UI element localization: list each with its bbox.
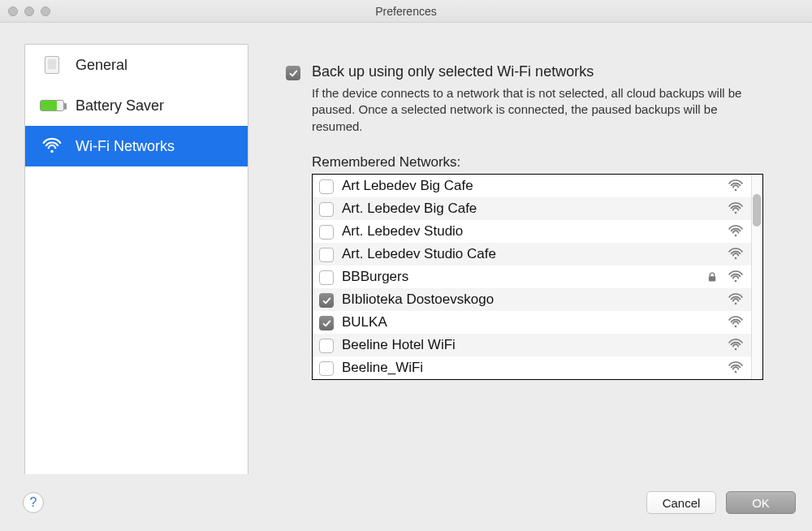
sidebar-item-battery-saver[interactable]: Battery Saver: [25, 85, 248, 126]
general-icon: [40, 56, 64, 74]
network-row[interactable]: Beeline Hotel WiFi: [313, 334, 751, 356]
backup-option-row: Back up using only selected Wi-Fi networ…: [286, 63, 771, 80]
battery-icon: [40, 97, 64, 114]
network-name: Art. Lebedev Studio: [342, 223, 698, 240]
backup-option-description: If the device connects to a network that…: [312, 85, 767, 135]
wifi-signal-icon: [727, 314, 745, 330]
network-checkbox[interactable]: [319, 270, 334, 285]
network-row[interactable]: Beeline_WiFi: [313, 356, 751, 379]
sidebar-item-label: Battery Saver: [76, 97, 164, 114]
network-checkbox[interactable]: [319, 293, 334, 308]
network-checkbox[interactable]: [319, 316, 334, 330]
network-row[interactable]: Art. Lebedev Studio Cafe: [313, 243, 751, 266]
window-body: General Battery Saver Wi-Fi Networks Bac…: [0, 23, 812, 531]
network-row[interactable]: Art Lebedev Big Cafe: [313, 175, 751, 197]
network-name: Beeline_WiFi: [342, 360, 698, 376]
network-row[interactable]: Art. Lebedev Studio: [313, 220, 751, 243]
network-checkbox[interactable]: [319, 202, 334, 217]
wifi-signal-icon: [727, 291, 745, 308]
sidebar-item-label: General: [76, 57, 127, 74]
wifi-signal-icon: [727, 178, 745, 194]
footer: ? Cancel OK: [0, 474, 812, 531]
sidebar-item-label: Wi-Fi Networks: [76, 138, 175, 155]
remembered-networks-label: Remembered Networks:: [312, 154, 771, 171]
wifi-signal-icon: [727, 360, 745, 376]
network-name: Art. Lebedev Studio Cafe: [342, 246, 698, 262]
network-checkbox[interactable]: [319, 248, 334, 262]
scrollbar-track[interactable]: [751, 175, 762, 379]
minimize-window-button[interactable]: [24, 6, 34, 16]
network-name: BBBurgers: [342, 269, 698, 285]
sidebar: General Battery Saver Wi-Fi Networks: [24, 44, 248, 516]
window-title: Preferences: [0, 5, 812, 18]
lock-icon: [706, 271, 719, 283]
wifi-signal-icon: [727, 269, 745, 285]
network-checkbox[interactable]: [319, 225, 334, 240]
network-name: Art Lebedev Big Cafe: [342, 178, 698, 194]
sidebar-item-general[interactable]: General: [25, 45, 248, 85]
network-name: BULKA: [342, 314, 698, 330]
network-checkbox[interactable]: [319, 179, 334, 194]
zoom-window-button[interactable]: [41, 6, 50, 16]
ok-button-label: OK: [752, 496, 770, 510]
network-row[interactable]: BBBurgers: [313, 266, 751, 288]
network-row[interactable]: BIblioteka Dostoevskogo: [313, 288, 751, 311]
wifi-icon: [40, 137, 64, 155]
network-row[interactable]: BULKA: [313, 311, 751, 334]
titlebar: Preferences: [0, 0, 812, 23]
ok-button[interactable]: OK: [726, 491, 796, 514]
sidebar-item-wifi-networks[interactable]: Wi-Fi Networks: [25, 126, 248, 166]
window-controls: [8, 6, 50, 16]
wifi-signal-icon: [727, 246, 745, 262]
cancel-button-label: Cancel: [663, 496, 701, 510]
remembered-networks-list: Art Lebedev Big CafeArt. Lebedev Big Caf…: [312, 174, 763, 380]
close-window-button[interactable]: [8, 6, 18, 16]
network-name: BIblioteka Dostoevskogo: [342, 291, 698, 308]
network-rows-container[interactable]: Art Lebedev Big CafeArt. Lebedev Big Caf…: [313, 175, 751, 379]
content-panel: Back up using only selected Wi-Fi networ…: [263, 44, 794, 516]
cancel-button[interactable]: Cancel: [646, 491, 716, 514]
network-row[interactable]: Art. Lebedev Big Cafe: [313, 197, 751, 220]
wifi-signal-icon: [727, 223, 745, 240]
backup-checkbox[interactable]: [286, 66, 300, 80]
network-name: Beeline Hotel WiFi: [342, 337, 698, 353]
help-icon: ?: [30, 495, 37, 510]
network-name: Art. Lebedev Big Cafe: [342, 201, 698, 217]
scrollbar-thumb[interactable]: [753, 194, 761, 227]
network-checkbox[interactable]: [319, 361, 334, 376]
wifi-signal-icon: [727, 337, 745, 353]
backup-option-label: Back up using only selected Wi-Fi networ…: [312, 63, 594, 80]
help-button[interactable]: ?: [23, 492, 44, 513]
network-checkbox[interactable]: [319, 339, 334, 353]
wifi-signal-icon: [727, 201, 745, 217]
